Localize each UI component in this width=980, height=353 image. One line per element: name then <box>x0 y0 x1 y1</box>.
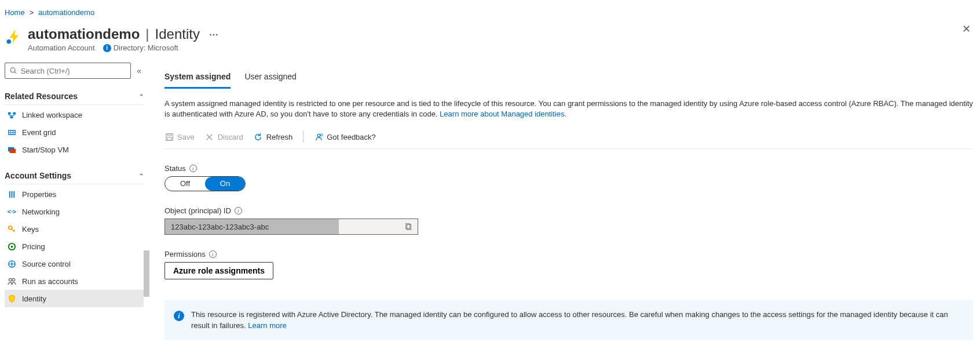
page-header: automationdemo | Identity ⋯ Automation A… <box>0 20 980 59</box>
sidebar-item-label: Source control <box>22 260 71 268</box>
svg-rect-5 <box>10 116 13 118</box>
info-icon: i <box>174 311 184 321</box>
vm-icon <box>7 145 16 154</box>
toolbar-label: Got feedback? <box>327 133 376 141</box>
object-id-box: 123abc-123abc-123abc3-abc <box>164 219 418 235</box>
banner-text: This resource is registered with Azure A… <box>191 310 948 329</box>
page-title-section: Identity <box>155 26 200 42</box>
learn-more-link[interactable]: Learn more about Managed identities. <box>440 110 566 118</box>
sidebar-item-label: Linked workspace <box>22 111 82 119</box>
sidebar-item-start-stop-vm[interactable]: Start/Stop VM <box>5 141 144 158</box>
workspace-icon <box>7 110 16 119</box>
search-input[interactable] <box>21 67 126 75</box>
feedback-button[interactable]: Got feedback? <box>314 132 376 141</box>
chevron-up-icon: ⌃ <box>139 173 144 179</box>
info-icon: i <box>103 44 111 52</box>
discard-icon <box>205 132 214 141</box>
sidebar-item-keys[interactable]: Keys <box>5 220 144 238</box>
breadcrumb-resource[interactable]: automationdemo <box>38 8 94 17</box>
accounts-icon <box>7 276 16 286</box>
svg-rect-11 <box>9 148 15 153</box>
sidebar-section-account-settings[interactable]: Account Settings ⌃ <box>5 166 144 184</box>
toggle-on[interactable]: On <box>205 177 245 191</box>
svg-rect-4 <box>13 112 16 114</box>
status-field: Status i Off On <box>164 164 973 191</box>
sidebar-item-pricing[interactable]: Pricing <box>5 238 144 255</box>
search-box[interactable] <box>5 63 131 79</box>
sidebar-item-event-grid[interactable]: Event grid <box>5 123 144 141</box>
sidebar-item-label: Start/Stop VM <box>22 145 69 154</box>
info-icon[interactable]: i <box>235 207 242 214</box>
close-button[interactable]: ✕ <box>962 23 971 35</box>
svg-rect-13 <box>11 191 12 197</box>
sidebar-item-networking[interactable]: <·> Networking <box>5 203 144 220</box>
tabs: System assigned User assigned <box>164 67 973 89</box>
refresh-button[interactable]: Refresh <box>254 132 293 141</box>
object-id-value[interactable]: 123abc-123abc-123abc3-abc <box>165 219 339 234</box>
info-icon[interactable]: i <box>189 165 197 172</box>
content-pane: System assigned User assigned A system a… <box>148 59 980 352</box>
toolbar: Save Discard Refresh Got feedback? <box>164 126 973 149</box>
save-icon <box>164 132 174 141</box>
page-title-name: automationdemo <box>28 26 140 42</box>
tab-system-assigned[interactable]: System assigned <box>164 67 231 89</box>
automation-account-icon <box>5 27 23 46</box>
networking-icon: <·> <box>7 207 16 216</box>
refresh-icon <box>254 132 263 141</box>
sidebar-item-label: Keys <box>22 225 39 234</box>
sidebar-section-label: Account Settings <box>5 171 71 180</box>
description-body: A system assigned managed identity is re… <box>164 99 973 118</box>
svg-line-2 <box>14 72 16 74</box>
status-toggle[interactable]: Off On <box>164 176 246 191</box>
sidebar-section-related-resources[interactable]: Related Resources ⌃ <box>5 87 144 105</box>
breadcrumb: Home > automationdemo <box>0 0 980 20</box>
svg-rect-12 <box>9 191 10 197</box>
properties-icon <box>7 190 16 199</box>
sidebar-item-source-control[interactable]: Source control <box>5 255 144 272</box>
svg-point-20 <box>10 245 13 248</box>
toggle-off[interactable]: Off <box>165 177 205 191</box>
sidebar-item-label: Networking <box>22 208 60 216</box>
copy-icon[interactable] <box>405 223 413 231</box>
svg-text:<·>: <·> <box>8 209 16 215</box>
svg-point-23 <box>9 278 12 281</box>
status-label: Status <box>164 164 186 173</box>
svg-line-18 <box>13 230 14 231</box>
breadcrumb-home[interactable]: Home <box>5 8 25 17</box>
more-actions-button[interactable]: ⋯ <box>209 29 218 40</box>
sidebar-scrollbar[interactable] <box>144 250 149 297</box>
toolbar-separator <box>303 131 303 143</box>
svg-point-0 <box>7 39 12 44</box>
banner-learn-more-link[interactable]: Learn more <box>248 321 286 330</box>
sidebar-section-label: Related Resources <box>5 92 78 101</box>
toolbar-label: Refresh <box>266 133 293 141</box>
object-id-label: Object (principal) ID <box>164 206 231 215</box>
sidebar-item-label: Pricing <box>22 242 45 251</box>
save-button[interactable]: Save <box>164 132 195 141</box>
info-icon[interactable]: i <box>209 250 217 258</box>
toolbar-label: Discard <box>218 133 243 141</box>
collapse-sidebar-button[interactable]: « <box>134 66 144 75</box>
sidebar-item-label: Event grid <box>22 128 56 137</box>
description-text: A system assigned managed identity is re… <box>164 99 973 119</box>
svg-point-31 <box>320 134 323 136</box>
permissions-field: Permissions i Azure role assignments <box>164 250 973 279</box>
svg-point-1 <box>10 68 15 72</box>
sidebar-item-run-as-accounts[interactable]: Run as accounts <box>5 272 144 290</box>
discard-button[interactable]: Discard <box>205 132 243 141</box>
sidebar: « Related Resources ⌃ Linked workspace E… <box>0 59 148 352</box>
sidebar-item-label: Run as accounts <box>22 277 78 286</box>
info-banner: i This resource is registered with Azure… <box>164 300 973 340</box>
tab-user-assigned[interactable]: User assigned <box>244 67 297 89</box>
chevron-up-icon: ⌃ <box>139 93 144 100</box>
toolbar-label: Save <box>177 133 195 141</box>
sidebar-item-properties[interactable]: Properties <box>5 185 144 203</box>
object-id-field: Object (principal) ID i 123abc-123abc-12… <box>164 206 973 235</box>
directory-label: Directory: Microsoft <box>114 43 178 52</box>
sidebar-item-linked-workspace[interactable]: Linked workspace <box>5 106 144 123</box>
keys-icon <box>7 224 16 234</box>
breadcrumb-separator: > <box>30 8 34 17</box>
azure-role-assignments-button[interactable]: Azure role assignments <box>164 262 273 279</box>
sidebar-item-identity[interactable]: Identity <box>5 290 144 307</box>
source-control-icon <box>7 259 16 268</box>
